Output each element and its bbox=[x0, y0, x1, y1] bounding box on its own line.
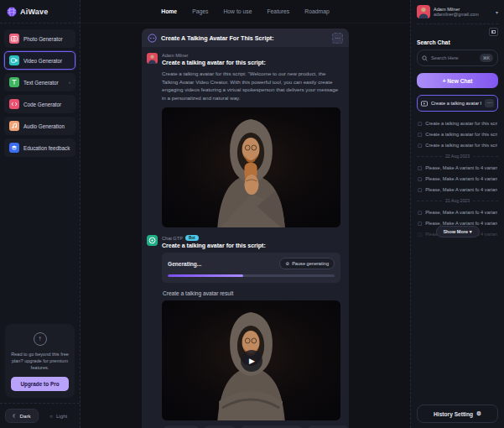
left-sidebar: AiWave Photo Generator Video Generator T… bbox=[0, 0, 81, 428]
result-video: ▶ bbox=[162, 300, 340, 420]
sidebar-item-label: Photo Generator bbox=[23, 36, 63, 42]
page-title: Create A Talking Avatar For This Script: bbox=[161, 34, 328, 42]
search-chat-title: Search Chat bbox=[417, 39, 498, 45]
collapse-panel-icon bbox=[491, 30, 496, 34]
main-area: Home Pages How to use Features Roadmap C… bbox=[81, 0, 410, 428]
brand-logo-icon bbox=[7, 7, 17, 17]
video-icon bbox=[9, 55, 19, 65]
keyboard-shortcut-badge: ⌘K bbox=[480, 54, 493, 62]
panel-more-button[interactable]: ⋯ bbox=[332, 33, 343, 44]
chevron-right-icon: › bbox=[69, 80, 70, 85]
history-setting-button[interactable]: History Setting ⚙ bbox=[417, 405, 498, 423]
selected-chat-item[interactable]: Create a talking avatar for thi ⋯ bbox=[417, 95, 498, 112]
bot-name: Chat GTP bbox=[162, 236, 183, 241]
chat-panel-header: Create A Talking Avatar For This Script:… bbox=[142, 29, 349, 47]
history-item[interactable]: ▢ Please, Make A variant fo 4 varian bbox=[417, 206, 498, 217]
theme-toggle: ☾ Dark ☼ Light bbox=[0, 403, 80, 428]
nav-roadmap[interactable]: Roadmap bbox=[304, 8, 329, 14]
pause-icon: ⊘ bbox=[285, 261, 289, 266]
history-item[interactable]: ▢ Please, Make A variant fo 4 varian bbox=[417, 184, 498, 195]
chat-icon: ▢ bbox=[418, 165, 422, 170]
upgrade-to-pro-button[interactable]: Upgrade to Pro bbox=[11, 377, 69, 391]
chat-icon: ▢ bbox=[418, 210, 422, 215]
bot-message: Chat GTP Bot Create a talking avatar for… bbox=[147, 235, 340, 428]
date-divider: 22 Aug 2023 bbox=[417, 154, 498, 159]
generating-box: Generating... ⊘ Pause generating bbox=[162, 253, 340, 283]
avatar bbox=[147, 53, 158, 64]
sidebar-item-video-generator[interactable]: Video Generator bbox=[4, 51, 75, 70]
chat-video-icon bbox=[421, 101, 428, 107]
bot-message-title: Create a talking avatar for this script: bbox=[162, 243, 340, 248]
chat-icon: ▢ bbox=[418, 143, 422, 148]
chat-panel: Create A Talking Avatar For This Script:… bbox=[142, 29, 349, 428]
sidebar-item-label: Audio Generation bbox=[23, 123, 65, 129]
search-icon bbox=[422, 55, 428, 61]
play-icon: ▶ bbox=[249, 357, 255, 365]
chat-more-button[interactable]: ⋯ bbox=[485, 99, 494, 107]
chat-messages: Adam Milner Create a talking avatar for … bbox=[142, 47, 349, 428]
user-menu[interactable]: Adam Milner adamilner@gmail.com ▾ bbox=[417, 5, 498, 24]
sidebar-item-photo-generator[interactable]: Photo Generator bbox=[4, 29, 75, 48]
nav-pages[interactable]: Pages bbox=[192, 8, 208, 14]
chat-icon: ▢ bbox=[418, 121, 422, 126]
sidebar-item-text-generator[interactable]: Text Generator › bbox=[4, 73, 75, 91]
audio-icon bbox=[9, 121, 19, 131]
bot-author-row: Chat GTP Bot bbox=[162, 235, 340, 241]
pause-generating-button[interactable]: ⊘ Pause generating bbox=[279, 258, 335, 269]
prompt-image bbox=[162, 107, 340, 227]
sidebar-item-label: Text Generator bbox=[23, 80, 59, 86]
sidebar-item-label: Video Generator bbox=[23, 58, 62, 64]
upgrade-card: ↑ Read to go beyond this free plan? upgr… bbox=[5, 324, 75, 398]
sidebar-item-education-feedback[interactable]: Education feedback bbox=[4, 138, 75, 157]
generator-nav: Photo Generator Video Generator Text Gen… bbox=[0, 23, 80, 163]
chat-history-list: ▢ Create a talking avatar for this scrip… bbox=[417, 117, 498, 399]
text-icon bbox=[9, 77, 19, 87]
brand-name: AiWave bbox=[20, 8, 48, 16]
nav-features[interactable]: Features bbox=[267, 8, 289, 14]
nav-how-to-use[interactable]: How to use bbox=[223, 8, 252, 14]
history-item[interactable]: ▢ Create a talking avatar for this scrip bbox=[417, 139, 498, 150]
upgrade-arrow-icon: ↑ bbox=[34, 332, 47, 346]
bot-badge: Bot bbox=[185, 235, 199, 241]
message-title: Create a talking avatar for this script: bbox=[162, 60, 340, 65]
user-email: adamilner@gmail.com bbox=[434, 12, 492, 17]
result-label: Create a talking avatar result bbox=[163, 290, 340, 296]
history-item[interactable]: ▢ Create a talking avatar for this scrip bbox=[417, 128, 498, 139]
result-toolbar: Download ↓ Layout ⊞ English (United Stat… bbox=[162, 420, 340, 428]
chat-icon: ▢ bbox=[418, 232, 422, 237]
gear-icon: ⚙ bbox=[476, 410, 481, 417]
brand[interactable]: AiWave bbox=[0, 0, 80, 23]
top-navigation: Home Pages How to use Features Roadmap bbox=[81, 0, 410, 23]
sidebar-item-label: Code Generator bbox=[23, 102, 61, 107]
upgrade-text: Read to go beyond this free plan? upgrad… bbox=[11, 351, 69, 371]
collapse-panel-button[interactable] bbox=[489, 28, 498, 36]
education-icon bbox=[9, 143, 19, 153]
generating-label: Generating... bbox=[168, 261, 201, 267]
history-item[interactable]: ▢ Create a talking avatar for this scrip bbox=[417, 117, 498, 128]
dark-mode-button[interactable]: ☾ Dark bbox=[5, 409, 39, 423]
history-item[interactable]: ▢ Please, Make A variant fo 4 varian bbox=[417, 173, 498, 184]
date-divider: 21 Aug 2023 bbox=[417, 198, 498, 203]
play-button[interactable]: ▶ bbox=[241, 350, 262, 372]
light-mode-button[interactable]: ☼ Light bbox=[42, 409, 75, 423]
generating-progress-fill bbox=[168, 274, 243, 277]
sidebar-item-code-generator[interactable]: Code Generator bbox=[4, 95, 75, 113]
selected-chat-label: Create a talking avatar for thi bbox=[431, 101, 481, 106]
right-sidebar: Adam Milner adamilner@gmail.com ▾ Search… bbox=[410, 0, 504, 428]
message-author: Adam Milner bbox=[162, 53, 340, 58]
show-more-button[interactable]: Show More ▾ bbox=[435, 226, 479, 237]
chat-icon: ▢ bbox=[418, 221, 422, 226]
new-chat-button[interactable]: + New Chat bbox=[417, 73, 498, 88]
chat-icon: ▢ bbox=[418, 176, 422, 181]
nav-home[interactable]: Home bbox=[161, 8, 177, 14]
sun-icon: ☼ bbox=[49, 413, 54, 419]
generating-progress bbox=[168, 274, 335, 277]
sidebar-item-audio-generation[interactable]: Audio Generation bbox=[4, 117, 75, 135]
message-body: Create a talking avatar for this script:… bbox=[162, 70, 340, 102]
chevron-down-icon: ▾ bbox=[496, 9, 498, 15]
bot-avatar bbox=[147, 235, 158, 246]
chat-icon: ▢ bbox=[418, 187, 422, 192]
search-input[interactable] bbox=[431, 55, 476, 60]
chat-bubble-icon bbox=[148, 34, 157, 43]
history-item[interactable]: ▢ Please, Make A variant fo 4 varian bbox=[417, 162, 498, 173]
